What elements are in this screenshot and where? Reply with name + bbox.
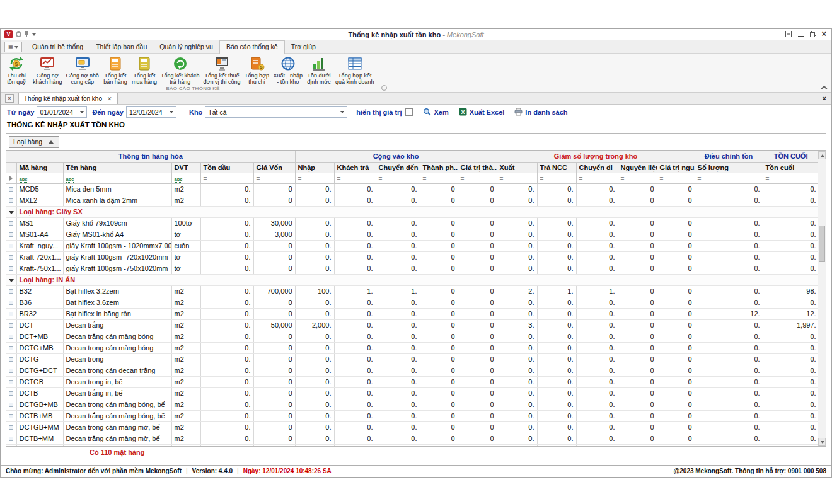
close-all-tabs-icon[interactable]: × bbox=[5, 94, 14, 103]
column-header-15[interactable]: Giá trị ngu... bbox=[657, 162, 695, 173]
ribbon-collapse-icon[interactable] bbox=[821, 85, 826, 90]
column-header-11[interactable]: Xuất bbox=[497, 162, 537, 173]
filter-cell-8[interactable]: = bbox=[376, 173, 420, 183]
group-row[interactable]: Loại hàng: IN ẤN bbox=[6, 274, 818, 285]
chevron-down-icon[interactable] bbox=[170, 111, 173, 113]
view-button[interactable]: Xem bbox=[423, 108, 448, 116]
filter-cell-2[interactable]: abc bbox=[63, 173, 171, 183]
restore-icon[interactable] bbox=[810, 32, 815, 37]
table-row[interactable]: DCTB+MMDecan trắng cán màng mờ, bếm20.00… bbox=[6, 433, 818, 444]
to-date-input[interactable]: 12/01/2024 bbox=[126, 106, 176, 118]
column-header-6[interactable]: Nhập bbox=[295, 162, 334, 173]
table-row[interactable]: B36Bạt hiflex 3.6zemm20.00.0.0.000.0.0.0… bbox=[6, 297, 818, 308]
filter-cell-12[interactable]: = bbox=[537, 173, 576, 183]
column-header-1[interactable]: Mã hàng bbox=[16, 162, 63, 173]
from-date-input[interactable]: 01/01/2024 bbox=[37, 106, 87, 118]
filter-cell-5[interactable]: = bbox=[253, 173, 295, 183]
ribbon-button-sales-summary[interactable]: Tổng kết bán hàng bbox=[101, 55, 130, 86]
filter-cell-10[interactable]: = bbox=[458, 173, 497, 183]
table-row[interactable]: DCT+MBDecan trắng cán màng bóngm20.00.0.… bbox=[6, 331, 818, 342]
filter-cell-17[interactable]: = bbox=[763, 173, 818, 183]
print-list-button[interactable]: In danh sách bbox=[514, 108, 567, 116]
table-row[interactable]: Kraft-720x1...giấy Kraft 100gsm- 720x102… bbox=[6, 251, 818, 263]
table-row[interactable]: DCTG+MBDecan trong cán màng bóngm20.00.0… bbox=[6, 342, 818, 353]
table-row[interactable]: MS01-A4Giấy MS01-khổ A4tờ0.3,0000.0.0.00… bbox=[6, 229, 818, 240]
ribbon-button-money-cycle[interactable]: $Thu chi tồn quỹ bbox=[2, 55, 31, 86]
ribbon-button-customer-return[interactable]: Tổng kết khách trả hàng bbox=[159, 55, 202, 86]
column-header-9[interactable]: Thành ph... bbox=[420, 162, 458, 173]
group-row[interactable]: Loại hàng: Giấy SX bbox=[6, 206, 818, 217]
table-row[interactable]: DCTGBDecan trong in, bếm20.00.0.0.000.0.… bbox=[6, 376, 818, 387]
column-header-3[interactable]: ĐVT bbox=[171, 162, 200, 173]
table-row[interactable]: MCD5Mica đen 5mmm20.00.0.0.000.0.0.000.0… bbox=[6, 183, 818, 195]
table-row[interactable]: Kraft-750x1...giấy Kraft 100gsm -750x102… bbox=[6, 263, 818, 274]
column-header-4[interactable]: Tồn đầu bbox=[200, 162, 253, 173]
table-row[interactable]: DCTDecan trắngm20.50,0002,000.0.0.003.0.… bbox=[6, 319, 818, 331]
show-value-checkbox[interactable] bbox=[405, 108, 413, 116]
document-tab[interactable]: Thống kê nhập xuất tồn kho ✕ bbox=[18, 93, 118, 104]
collapse-group-icon[interactable] bbox=[9, 211, 14, 214]
column-header-8[interactable]: Chuyển đến bbox=[376, 162, 420, 173]
table-row[interactable]: MXL2Mica xanh lá đậm 2mmm20.00.0.0.000.0… bbox=[6, 195, 818, 206]
filter-cell-4[interactable]: = bbox=[200, 173, 253, 183]
table-row[interactable]: DCTB+MBDecan trắng cán màng bóng, bếm20.… bbox=[6, 410, 818, 421]
vertical-scrollbar[interactable] bbox=[818, 151, 826, 446]
column-header-13[interactable]: Chuyển đi bbox=[576, 162, 618, 173]
column-header-16[interactable]: Số lượng bbox=[695, 162, 763, 173]
filter-cell-3[interactable]: abc bbox=[171, 173, 200, 183]
minimize-icon[interactable] bbox=[798, 31, 804, 37]
filter-cell-7[interactable]: = bbox=[334, 173, 376, 183]
group-by-button[interactable]: Loại hàng bbox=[9, 136, 59, 148]
fit-screen-icon[interactable] bbox=[785, 31, 792, 37]
close-document-icon[interactable]: × bbox=[823, 94, 826, 102]
ribbon-tab-4[interactable]: Báo cáo thống kê bbox=[219, 40, 285, 54]
ribbon-button-min-stock[interactable]: Tồn dưới định mức bbox=[304, 55, 333, 86]
ribbon-button-purchase-summary[interactable]: Tổng kết mua hàng bbox=[130, 55, 159, 86]
filter-cell-1[interactable]: abc bbox=[16, 173, 63, 183]
ribbon-button-business-result[interactable]: Tổng hợp kết quả kinh doanh bbox=[333, 55, 376, 86]
quick-access-caret-icon[interactable] bbox=[32, 33, 36, 36]
table-row[interactable]: DCTGDecan trongm20.00.0.0.000.0.0.000.0. bbox=[6, 353, 818, 365]
table-row[interactable]: DCTG+DCTDecan trong cán decan trắngm20.0… bbox=[6, 365, 818, 376]
scroll-down-icon[interactable] bbox=[818, 438, 826, 446]
chevron-down-icon[interactable] bbox=[80, 111, 84, 113]
ribbon-tab-1[interactable]: Quản trị hệ thống bbox=[26, 41, 90, 53]
column-header-2[interactable]: Tên hàng bbox=[63, 162, 171, 173]
pin-icon[interactable] bbox=[25, 32, 29, 37]
ribbon-tab-2[interactable]: Thiết lập ban đầu bbox=[90, 41, 153, 53]
scrollbar-thumb[interactable] bbox=[819, 226, 825, 262]
column-header-7[interactable]: Khách trả bbox=[334, 162, 376, 173]
table-row[interactable]: B32Bạt hiflex 3.2zemm20.700,000100.1.1.0… bbox=[6, 285, 818, 297]
column-header-5[interactable]: Giá Vốn bbox=[253, 162, 295, 173]
warehouse-select[interactable]: Tất cả bbox=[205, 106, 347, 118]
column-header-17[interactable]: Tồn cuối bbox=[763, 162, 818, 173]
filter-cell-14[interactable]: = bbox=[618, 173, 657, 183]
table-row[interactable]: DCTGB+MMDecan trong cán màng mờ, bếm20.0… bbox=[6, 421, 818, 433]
ribbon-button-tax-summary[interactable]: Tổng kết thuế đơn vị thi công bbox=[202, 55, 243, 86]
filter-cell-13[interactable]: = bbox=[576, 173, 618, 183]
ribbon-tab-3[interactable]: Quản lý nghiệp vụ bbox=[153, 41, 219, 53]
filter-cell-16[interactable]: = bbox=[695, 173, 763, 183]
dialog-launcher-icon[interactable] bbox=[381, 85, 387, 91]
chevron-down-icon[interactable] bbox=[340, 111, 344, 113]
table-row[interactable]: DCTBDecan trắng in, bếm20.00.0.0.000.0.0… bbox=[6, 387, 818, 399]
filter-cell-11[interactable]: = bbox=[497, 173, 537, 183]
table-row[interactable]: BR32Bạt hiflex in băng rônm20.00.0.0.000… bbox=[6, 308, 818, 319]
filter-cell-15[interactable]: = bbox=[657, 173, 695, 183]
table-row[interactable]: MS1Giấy khổ 79x109cm100tờ0.30,0000.0.0.0… bbox=[6, 217, 818, 229]
column-header-12[interactable]: Trả NCC bbox=[537, 162, 576, 173]
filter-cell-6[interactable]: = bbox=[295, 173, 334, 183]
ribbon-button-customer-debt[interactable]: Công nợ khách hàng bbox=[31, 55, 64, 86]
application-menu-button[interactable]: ▦ bbox=[4, 42, 22, 52]
close-icon[interactable]: × bbox=[821, 31, 826, 37]
ribbon-button-inventory-io[interactable]: Xuất - nhập - tồn kho bbox=[272, 55, 305, 86]
ribbon-button-income-expense[interactable]: $Tổng hợp thu chi bbox=[243, 55, 272, 86]
table-row[interactable]: DCTGB+MBDecan trong cán màng bóng, bếm20… bbox=[6, 399, 818, 410]
column-header-10[interactable]: Giá trị thà... bbox=[458, 162, 497, 173]
tab-close-icon[interactable]: ✕ bbox=[107, 96, 112, 102]
ribbon-button-supplier-debt[interactable]: Công nợ nhà cung cấp bbox=[64, 55, 101, 86]
scroll-up-icon[interactable] bbox=[818, 151, 826, 159]
table-row[interactable]: Kraft_nguy...giấy Kraft 100gsm - 1020mmx… bbox=[6, 240, 818, 251]
column-header-14[interactable]: Nguyên liệu bbox=[618, 162, 657, 173]
record-icon[interactable] bbox=[16, 32, 21, 37]
